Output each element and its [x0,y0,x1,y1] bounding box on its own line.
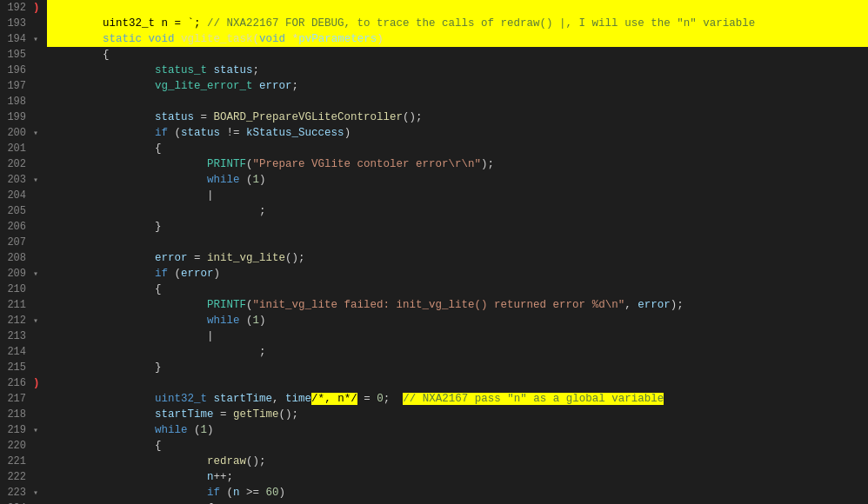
line-number: 212 [0,313,33,328]
code-line-200: 200 ▾ { [0,125,868,141]
fold-icon[interactable]: ▾ [33,426,38,435]
line-number: 205 [0,203,33,219]
code-line-194: 194 ▾ { [0,31,868,47]
code-line-205: 205 } [0,203,868,219]
gutter: ▾ [33,422,47,439]
line-number: 196 [0,63,33,78]
line-number: 221 [0,454,33,469]
code-text: } [90,221,162,233]
line-number: 211 [0,297,33,313]
gutter: ) [33,0,47,16]
code-line-217: 217 startTime = getTime(); [0,391,868,407]
code-line-198: 198 status = BOARD_PrepareVGLiteControll… [0,94,868,109]
code-line-218: 218 while (1) [0,407,868,422]
line-number: 193 [0,16,33,31]
code-line-216: 216 ) uint32_t startTime, time/*, n*/ = … [0,375,868,391]
code-line-212: 212 ▾ | [0,313,868,328]
code-line-199: 199 if (status != kStatus_Success) [0,109,868,125]
gutter: ▾ [33,172,47,189]
code-line-201: 201 PRINTF("Prepare VGlite contoler erro… [0,141,868,156]
line-number: 213 [0,328,33,344]
line-number: 218 [0,407,33,422]
code-line-211: 211 while (1) [0,297,868,313]
fold-icon[interactable]: ▾ [33,176,38,185]
fold-icon[interactable]: ▾ [33,269,38,279]
code-line-204: 204 ; [0,188,868,203]
gutter: ▾ [33,125,47,142]
code-text: vg_lite_error_t error; [90,80,298,92]
gutter: ) [33,375,47,391]
code-line-207: 207 error = init_vg_lite(); [0,235,868,250]
code-line-221: 221 n++; [0,454,868,469]
line-number: 195 [0,47,33,63]
code-line-192: 192 ) uint32_t n = `; // NXA22167 FOR DE… [0,0,868,16]
line-content: time = getTime() - startTime; [47,501,868,504]
red-marker: ) [33,377,40,389]
code-text: } [90,361,162,374]
gutter: ▾ [33,313,47,329]
code-line-214: 214 } [0,344,868,360]
code-line-202: 202 while (1) [0,156,868,172]
line-number: 210 [0,282,33,297]
line-number: 217 [0,391,33,407]
code-line-220: 220 redraw(); [0,438,868,454]
line-number: 192 [0,0,33,16]
line-number: 194 [0,31,33,47]
code-line-210: 210 PRINTF("init_vg_lite failed: init_vg… [0,282,868,297]
code-line-196: 196 vg_lite_error_t error; [0,63,868,78]
gutter: ▾ [33,31,47,48]
line-number: 202 [0,156,33,172]
line-number: 222 [0,469,33,485]
code-line-203: 203 ▾ | [0,172,868,188]
code-line-224: 224 time = getTime() - startTime; [0,501,868,504]
line-number: 209 [0,266,33,282]
code-line-209: 209 ▾ { [0,266,868,282]
line-number: 199 [0,109,33,125]
gutter: ▾ [33,266,47,282]
fold-icon[interactable]: ▾ [33,488,38,498]
line-number: 203 [0,172,33,188]
code-line-193: 193 static void vglite_task(void *pvPara… [0,16,868,31]
line-number: 207 [0,235,33,250]
line-number: 206 [0,219,33,235]
code-line-208: 208 if (error) [0,250,868,266]
fold-icon[interactable]: ▾ [33,35,38,44]
line-number: 216 [0,375,33,391]
code-line-213: 213 ; [0,328,868,344]
line-number: 204 [0,188,33,203]
gutter: ▾ [33,485,47,501]
line-number: 223 [0,485,33,501]
fold-icon[interactable]: ▾ [33,129,38,138]
line-number: 220 [0,438,33,454]
fold-icon[interactable]: ▾ [33,316,38,326]
code-line-195: 195 status_t status; [0,47,868,63]
line-number: 224 [0,501,33,504]
line-number: 219 [0,422,33,438]
line-number: 200 [0,125,33,141]
code-line-223: 223 ▾ { [0,485,868,501]
line-number: 214 [0,344,33,360]
line-number: 198 [0,94,33,109]
red-marker: ) [33,2,40,14]
code-line-219: 219 ▾ { [0,422,868,438]
line-number: 208 [0,250,33,266]
line-number: 197 [0,78,33,94]
code-line-222: 222 if (n >= 60) [0,469,868,485]
line-number: 201 [0,141,33,156]
line-number: 215 [0,360,33,375]
code-editor: 192 ) uint32_t n = `; // NXA22167 FOR DE… [0,0,868,504]
